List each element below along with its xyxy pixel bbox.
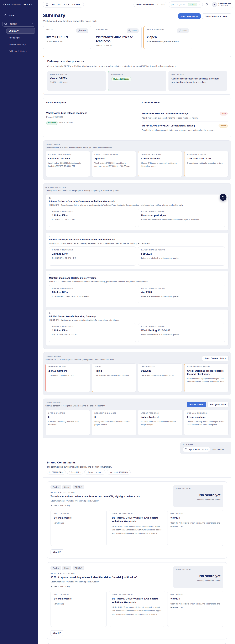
view-date-label: VIEW DATE <box>182 444 229 446</box>
open-burnout-history-button[interactable]: Open Burnout History <box>202 355 228 361</box>
period-card: LATEST SHARED PERIOD Feb 2026 Latest sha… <box>138 246 225 266</box>
objective-code: B1 <box>49 236 225 237</box>
card-value: 1 team members <box>54 516 104 520</box>
objective-title: Internal Delivery Control & Co-operate w… <box>49 200 225 202</box>
date-picker[interactable]: Apr 1, 2026 AS OF <box>182 447 210 452</box>
breadcrumb-label: PROJECTS / SUMMARY <box>52 4 81 6</box>
card-value: 1 team members <box>54 597 104 600</box>
period-card: LATEST SHARED PERIOD Apr 2026 Latest sha… <box>138 285 225 304</box>
card-label: LATEST SHARED PERIOD <box>141 249 222 251</box>
back-to-today-button[interactable]: Back to today <box>212 448 224 450</box>
commitments-pill-covered: 1 Covered Members <box>84 470 105 474</box>
active-status-badge: ACTIVE <box>188 3 197 6</box>
card-value: Week Ending 2026-04-03 <box>141 329 222 332</box>
card-sub: Nam Hoang <box>54 521 104 525</box>
brand-app-name: SETABI <box>23 3 34 6</box>
attention-note: Bundle the pending package into the next… <box>142 129 228 131</box>
card-label: REVIEW MOVEMENT <box>187 154 226 156</box>
card-label: MEMBERS AT RISK <box>48 366 87 368</box>
as-of-label: AS OF <box>202 448 208 450</box>
user-menu[interactable]: N nishith.murab CLIENT PM <box>211 1 233 8</box>
card-sub: Shared KPI records will appear here once… <box>141 218 222 221</box>
measured-card: HOW IT IS MEASURED 2 linked KPIs B1-KR1-… <box>49 208 136 227</box>
open-evidence-history-button[interactable]: Open Evidence & History <box>202 13 231 19</box>
quarter-switcher[interactable]: Q2 ... • Quarter ... ACTIVE <box>168 2 203 8</box>
card-value: 3 linked KPIs <box>52 291 133 294</box>
read-value: No score yet <box>176 493 220 497</box>
card-label: RECENT TEAM UPDATES <box>48 154 87 156</box>
card-label: HOW IT IS MEASURED <box>52 211 133 212</box>
kpi-code: B1-KR1-KPI1 · KR B1-KR1 <box>50 492 166 494</box>
panel-left-icon[interactable] <box>46 3 48 6</box>
card-value: View KPI <box>170 516 220 520</box>
attention-item: WT-APPROVAL-BACKLOG · Client approval ba… <box>142 121 228 134</box>
raise-concern-button[interactable]: Raise Concern <box>187 402 206 407</box>
open-needs-input-button[interactable]: Open Needs Input <box>178 13 201 19</box>
chat-fab[interactable] <box>220 194 226 201</box>
sidebar-item-home[interactable]: Home <box>2 12 35 18</box>
home-icon <box>4 14 7 16</box>
stability-card-last-updated: LAST UPDATED 6/28/2026 Latest submitted … <box>138 364 182 392</box>
project-switcher[interactable]: Aeris - Watchtower • WT · Aeris <box>134 2 167 7</box>
card-label: WHO YOU CAN REACH <box>187 412 226 414</box>
commitments-pill-shared-kpis: 9 Shared KPIs <box>67 470 83 474</box>
objective-code: C1 <box>49 274 225 276</box>
sidebar-item-evidence-history[interactable]: Evidence & History <box>6 48 35 54</box>
alert-badge: Alert <box>220 112 228 116</box>
activity-card-review: REVIEW MOVEMENT 3/30/2026, 4:19:14 AM 1 … <box>184 151 228 177</box>
quarter-label: Q2 ... <box>171 4 176 6</box>
card-sub: Shared KPI inputs are currently waiting … <box>141 162 180 168</box>
sidebar-item-projects[interactable]: Projects <box>2 21 35 26</box>
card-sub: Latest shared check-in in the current qu… <box>141 334 222 336</box>
recognize-team-button[interactable]: Recognize Team <box>208 402 228 407</box>
card-value: No shared period yet <box>141 214 222 217</box>
card-value: 4 updates this week <box>48 157 87 160</box>
card-value: 3/30/2026, 4:19:14 AM <box>187 157 226 160</box>
guide-label: Guide <box>182 30 187 32</box>
dot-separator: • <box>155 4 156 6</box>
sidebar-item-member-directory[interactable]: Member Directory <box>6 42 35 47</box>
guide-button[interactable]: ?Guide <box>126 28 138 33</box>
card-value: Rising <box>95 369 133 372</box>
card-value: Check workload pressure before the next … <box>187 369 226 376</box>
project-name: Aeris - Watchtower <box>136 4 154 6</box>
project-code: WT · Aeris <box>156 4 165 6</box>
kpi-applies-to: Applies to Nam Hoang. <box>50 504 166 506</box>
stat-sub: 79/100 health score <box>46 40 88 42</box>
sidebar-nav: Home Projects Summary Needs Input Member… <box>0 8 38 54</box>
card-value: 4 team members <box>187 416 226 419</box>
guide-button[interactable]: ?Guide <box>76 28 88 33</box>
notifications-button[interactable] <box>204 2 210 7</box>
feedback-card-latest: LATEST FEEDBACK No feedback yet No clien… <box>138 410 182 435</box>
card-sub: Week ending 6/28/2026. Latest update lan… <box>48 162 87 168</box>
card-label: HOW IT IS MEASURED <box>52 249 133 251</box>
stat-value: 2 open <box>147 35 189 39</box>
next-action-card: NEXT ACTION View KPI Open the KPI detail… <box>167 591 224 627</box>
feedback-card-reach: WHO YOU CAN REACH 4 team members Choose … <box>184 410 228 435</box>
kpi-code: B1-KR1-KPI2 · KR B1-KR1 <box>50 573 166 574</box>
stat-label: EARLY WARNINGS <box>147 28 164 30</box>
sidebar-item-needs-input[interactable]: Needs Input <box>6 35 35 40</box>
question-icon: ? <box>78 30 80 32</box>
stat-value: Watchtower June release readiness <box>96 35 138 43</box>
page-subtitle: What changed, why it matters, and what t… <box>42 20 97 22</box>
card-label: WHO IT COVERS <box>54 594 104 595</box>
tag-cadence: WEEKLY <box>72 566 84 570</box>
brand-company: SETA INTERNATIONAL <box>7 4 21 5</box>
attention-areas-card: Attention Areas WT-TEST-EVIDENCE · Test … <box>138 98 231 137</box>
card-label: WHO IT COVERS <box>54 512 104 514</box>
objective-card: B1 Internal Delivery Control & Co-operat… <box>46 194 228 231</box>
panel-label: TEAM STABILITY <box>46 355 114 357</box>
objective-card: C4 C4 Watchtower Weekly Reporting Covera… <box>46 309 228 346</box>
guide-button[interactable]: ?Guide <box>177 28 189 33</box>
view-kpi-button[interactable]: View KPI <box>50 630 64 636</box>
card-sub: C1-KR1-KPI1, C1-KR1-KPI2, C1-KR1-KPI3 <box>52 295 133 298</box>
view-kpi-button[interactable]: View KPI <box>50 550 64 555</box>
card-sub: B1-KR1-KPI1, B1-KR1-KPI2 <box>52 218 133 221</box>
sidebar-item-summary[interactable]: Summary <box>6 28 35 34</box>
tag-stable: Stable <box>62 485 72 489</box>
card-sub: Choose a delivery member when you want t… <box>187 420 226 426</box>
guide-label: Guide <box>132 30 136 32</box>
measured-card: HOW IT IS MEASURED 2 linked KPIs WT-C4-N… <box>49 323 136 342</box>
next-action-card: NEXT ACTION View KPI Open the KPI detail… <box>167 510 224 546</box>
